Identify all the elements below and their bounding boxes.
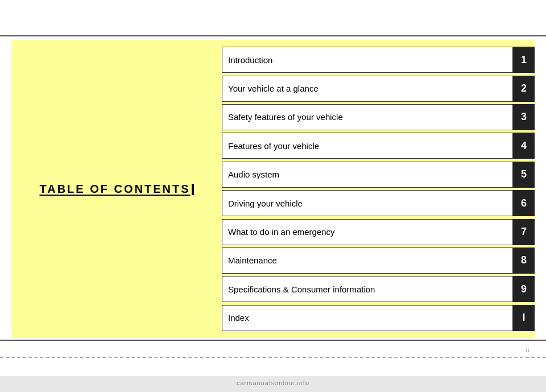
toc-item-number: I xyxy=(513,305,535,331)
toc-item-label: Features of your vehicle xyxy=(222,133,513,159)
toc-item-number: 2 xyxy=(513,76,535,102)
toc-item-label: Safety features of your vehicle xyxy=(222,104,513,130)
toc-item-number: 4 xyxy=(513,133,535,159)
toc-row[interactable]: Audio system5 xyxy=(222,162,535,188)
toc-item-label: Index xyxy=(222,305,513,331)
toc-title: TABLE OF CONTENTS xyxy=(39,183,193,196)
toc-item-number: 9 xyxy=(513,276,535,302)
right-panel: Introduction1Your vehicle at a glance2Sa… xyxy=(222,40,535,338)
watermark-text: carmanualsonline.info xyxy=(237,379,309,386)
toc-item-number: 3 xyxy=(513,104,535,130)
toc-item-number: 5 xyxy=(513,162,535,188)
toc-row[interactable]: Maintenance8 xyxy=(222,247,535,274)
toc-row[interactable]: Your vehicle at a glance2 xyxy=(222,76,535,102)
toc-row[interactable]: What to do in an emergency7 xyxy=(222,219,535,245)
watermark-bar: carmanualsonline.info xyxy=(0,376,546,392)
toc-item-label: Specifications & Consumer information xyxy=(222,276,513,302)
top-divider xyxy=(0,35,546,36)
toc-item-label: What to do in an emergency xyxy=(222,219,513,245)
toc-item-label: Your vehicle at a glance xyxy=(222,76,513,102)
toc-item-label: Introduction xyxy=(222,47,513,73)
toc-row[interactable]: Driving your vehicle6 xyxy=(222,190,535,216)
main-content: TABLE OF CONTENTS Introduction1Your vehi… xyxy=(11,40,535,338)
toc-row[interactable]: Introduction1 xyxy=(222,47,535,73)
toc-item-number: 7 xyxy=(513,219,535,245)
toc-item-number: 6 xyxy=(513,190,535,216)
toc-item-label: Driving your vehicle xyxy=(222,190,513,216)
toc-row[interactable]: Features of your vehicle4 xyxy=(222,133,535,159)
toc-row[interactable]: IndexI xyxy=(222,305,535,331)
toc-item-number: 8 xyxy=(513,247,535,274)
toc-item-label: Audio system xyxy=(222,162,513,188)
toc-item-label: Maintenance xyxy=(222,247,513,274)
toc-item-number: 1 xyxy=(513,47,535,73)
toc-row[interactable]: Safety features of your vehicle3 xyxy=(222,104,535,130)
cursor-icon xyxy=(192,184,194,195)
dashed-divider xyxy=(0,357,546,358)
left-panel: TABLE OF CONTENTS xyxy=(11,40,222,338)
bottom-divider xyxy=(0,340,546,341)
page-number: ii xyxy=(526,346,529,353)
toc-row[interactable]: Specifications & Consumer information9 xyxy=(222,276,535,302)
toc-title-text: TABLE OF CONTENTS xyxy=(39,183,190,195)
